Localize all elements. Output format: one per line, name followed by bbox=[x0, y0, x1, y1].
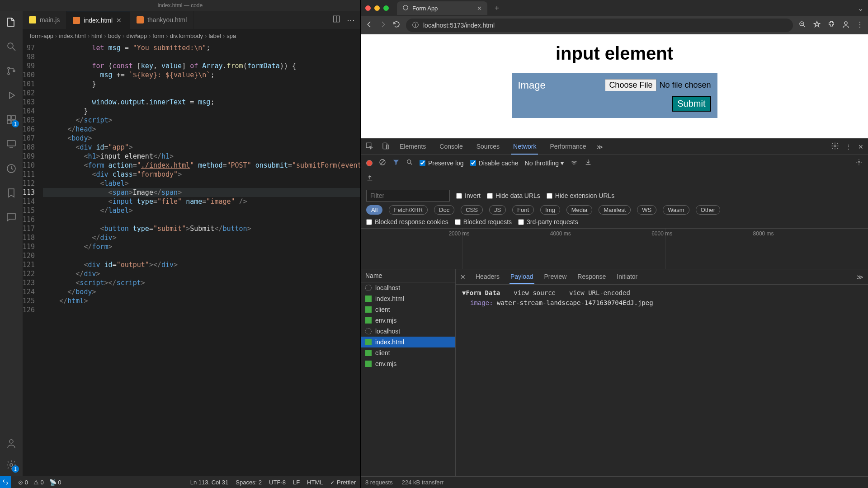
view-url-encoded-link[interactable]: view URL-encoded bbox=[569, 289, 630, 296]
breadcrumb-item[interactable]: div.formbody bbox=[170, 33, 203, 39]
third-party-checkbox[interactable]: 3rd-party requests bbox=[518, 218, 578, 225]
timeline[interactable]: 2000 ms4000 ms6000 ms8000 ms bbox=[361, 229, 868, 269]
code-editor[interactable]: 9798991001011021031041051061071081091101… bbox=[23, 42, 360, 476]
status-language[interactable]: HTML bbox=[307, 479, 323, 486]
request-row[interactable]: client bbox=[361, 304, 455, 315]
filter-type-img[interactable]: Img bbox=[540, 205, 560, 215]
breadcrumb-item[interactable]: index.html bbox=[59, 33, 85, 39]
profile-icon[interactable] bbox=[842, 20, 850, 30]
info-icon[interactable]: ⓘ bbox=[412, 21, 419, 29]
filter-type-media[interactable]: Media bbox=[566, 205, 592, 215]
devtools-tab-sources[interactable]: Sources bbox=[475, 139, 501, 155]
invert-checkbox[interactable]: Invert bbox=[456, 192, 481, 199]
new-tab-button[interactable]: + bbox=[495, 4, 500, 13]
status-prettier[interactable]: ✓ Prettier bbox=[330, 479, 356, 486]
filter-input[interactable] bbox=[366, 190, 450, 202]
back-button[interactable] bbox=[365, 20, 373, 30]
close-tab-icon[interactable]: ✕ bbox=[477, 5, 482, 12]
request-row[interactable]: env.mjs bbox=[361, 358, 455, 369]
debug-icon[interactable] bbox=[5, 89, 17, 101]
detail-tab-initiator[interactable]: Initiator bbox=[616, 270, 638, 284]
request-row[interactable]: index.html bbox=[361, 293, 455, 304]
breadcrumb-item[interactable]: html bbox=[91, 33, 103, 39]
filter-type-other[interactable]: Other bbox=[696, 205, 721, 215]
account-icon[interactable] bbox=[5, 437, 17, 449]
record-button[interactable] bbox=[366, 160, 373, 166]
reload-button[interactable] bbox=[392, 20, 401, 30]
chevron-down-icon[interactable]: ⌄ bbox=[858, 4, 863, 13]
devtools-menu-icon[interactable]: ⋮ bbox=[845, 143, 852, 150]
devtools-tab-elements[interactable]: Elements bbox=[398, 139, 428, 155]
filter-type-doc[interactable]: Doc bbox=[434, 205, 454, 215]
blocked-requests-checkbox[interactable]: Blocked requests bbox=[455, 218, 512, 225]
filter-type-fetchxhr[interactable]: Fetch/XHR bbox=[389, 205, 428, 215]
request-row[interactable]: client bbox=[361, 347, 455, 358]
editor-tab-index-html[interactable]: index.html✕ bbox=[66, 11, 130, 29]
submit-button[interactable]: Submit bbox=[672, 96, 711, 112]
breadcrumb-item[interactable]: spa bbox=[226, 33, 236, 39]
export-icon[interactable] bbox=[366, 175, 373, 183]
devtools-tab-network[interactable]: Network bbox=[511, 139, 538, 155]
star-icon[interactable] bbox=[813, 20, 821, 30]
editor-tab-thankyou-html[interactable]: thankyou.html bbox=[130, 11, 193, 29]
filter-type-ws[interactable]: WS bbox=[637, 205, 656, 215]
filter-type-wasm[interactable]: Wasm bbox=[663, 205, 689, 215]
close-tab-icon[interactable]: ✕ bbox=[116, 17, 123, 24]
bookmark-icon[interactable] bbox=[5, 187, 17, 199]
breadcrumb-item[interactable]: form bbox=[152, 33, 164, 39]
request-row[interactable]: localhost bbox=[361, 326, 455, 337]
close-window-icon[interactable] bbox=[365, 5, 371, 11]
close-detail-icon[interactable]: ✕ bbox=[460, 273, 466, 281]
view-source-link[interactable]: view source bbox=[514, 289, 556, 296]
files-icon[interactable] bbox=[5, 16, 17, 28]
filter-icon[interactable] bbox=[392, 159, 400, 167]
remote-icon[interactable] bbox=[5, 138, 17, 150]
request-row[interactable]: index.html bbox=[361, 337, 455, 347]
status-cursor[interactable]: Ln 113, Col 31 bbox=[190, 479, 229, 486]
timeline-icon[interactable] bbox=[5, 163, 17, 174]
throttling-select[interactable]: No throttling ▾ bbox=[525, 160, 564, 167]
more-tabs-icon[interactable]: ≫ bbox=[596, 143, 603, 150]
clear-icon[interactable] bbox=[379, 159, 386, 167]
filter-type-js[interactable]: JS bbox=[489, 205, 506, 215]
status-errors[interactable]: ⊘ 0 bbox=[18, 479, 28, 486]
source-control-icon[interactable] bbox=[5, 65, 17, 77]
filter-type-font[interactable]: Font bbox=[512, 205, 534, 215]
detail-tab-headers[interactable]: Headers bbox=[475, 270, 500, 284]
zoom-icon[interactable] bbox=[798, 20, 807, 30]
breadcrumb-item[interactable]: div#app bbox=[126, 33, 147, 39]
search-icon[interactable] bbox=[5, 41, 17, 52]
network-conditions-icon[interactable] bbox=[570, 158, 578, 168]
maximize-window-icon[interactable] bbox=[383, 5, 389, 11]
comment-icon[interactable] bbox=[5, 211, 17, 223]
choose-file-button[interactable]: Choose File bbox=[605, 79, 656, 91]
form-data-heading[interactable]: ▼Form Data bbox=[462, 289, 500, 296]
status-encoding[interactable]: UTF-8 bbox=[269, 479, 286, 486]
detail-tab-preview[interactable]: Preview bbox=[543, 270, 568, 284]
extensions-icon[interactable]: 1 bbox=[5, 114, 17, 126]
split-editor-icon[interactable] bbox=[332, 15, 340, 25]
address-bar[interactable]: ⓘ localhost:5173/index.html bbox=[406, 19, 793, 32]
detail-tab-response[interactable]: Response bbox=[576, 270, 607, 284]
request-row[interactable]: localhost bbox=[361, 282, 455, 293]
more-icon[interactable]: ⋯ bbox=[347, 15, 355, 25]
import-icon[interactable] bbox=[585, 159, 592, 167]
status-spaces[interactable]: Spaces: 2 bbox=[236, 479, 262, 486]
devtools-tab-performance[interactable]: Performance bbox=[548, 139, 588, 155]
breadcrumb-item[interactable]: body bbox=[108, 33, 121, 39]
disable-cache-checkbox[interactable]: Disable cache bbox=[470, 160, 519, 167]
more-detail-tabs-icon[interactable]: ≫ bbox=[857, 273, 863, 281]
preserve-log-checkbox[interactable]: Preserve log bbox=[420, 160, 464, 167]
settings-gear-icon[interactable] bbox=[855, 159, 863, 167]
device-mode-icon[interactable] bbox=[382, 142, 390, 151]
forward-button[interactable] bbox=[379, 20, 387, 30]
status-ports[interactable]: 📡 0 bbox=[49, 479, 61, 486]
hide-ext-checkbox[interactable]: Hide extension URLs bbox=[547, 192, 615, 199]
filter-type-manifest[interactable]: Manifest bbox=[599, 205, 631, 215]
breadcrumb-item[interactable]: form-app bbox=[30, 33, 53, 39]
extensions-button-icon[interactable] bbox=[827, 20, 835, 30]
browser-tab[interactable]: Form App ✕ bbox=[397, 1, 487, 15]
filter-type-css[interactable]: CSS bbox=[461, 205, 483, 215]
inspect-icon[interactable] bbox=[365, 142, 373, 151]
minimize-window-icon[interactable] bbox=[374, 5, 380, 11]
